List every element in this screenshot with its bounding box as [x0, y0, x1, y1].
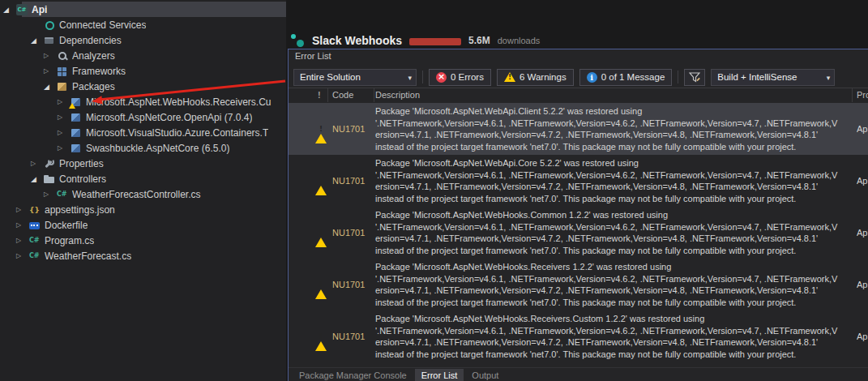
expander-icon[interactable]: ▷ — [16, 237, 29, 244]
severity-column-header[interactable] — [311, 88, 328, 102]
source-dropdown[interactable]: Build + IntelliSense — [711, 69, 835, 86]
csharp-icon — [29, 235, 41, 246]
red-text-fragment — [409, 38, 461, 45]
warning-icon: ! — [315, 280, 327, 299]
tree-item[interactable]: ▷ Microsoft.AspNet.WebHooks.Receivers.Cu — [0, 94, 286, 109]
background-package-title: Slack Webhooks — [312, 34, 402, 47]
warnings-filter-label: 6 Warnings — [520, 72, 567, 82]
tree-item-label: WeatherForecast.cs — [45, 250, 131, 262]
expander-icon[interactable]: ▷ — [16, 221, 29, 229]
tree-item-label: Microsoft.AspNetCore.OpenApi (7.0.4) — [86, 112, 252, 123]
tree-item-label: Microsoft.VisualStudio.Azure.Containers.… — [86, 127, 268, 139]
tree-item[interactable]: ▷ WeatherForecastController.cs — [0, 186, 286, 202]
error-project: Api — [857, 176, 868, 186]
errors-filter-button[interactable]: 0 Errors — [429, 69, 491, 86]
tree-item[interactable]: ▷ appsettings.json — [0, 202, 286, 217]
warning-icon: ! — [315, 124, 327, 143]
package-icon — [71, 127, 82, 139]
expander-icon[interactable]: ▷ — [44, 67, 57, 75]
toolbar-separator — [678, 71, 678, 83]
error-code: NU1701 — [332, 332, 365, 341]
tree-item[interactable]: ◢ Packages — [0, 79, 286, 94]
error-project: Api — [857, 124, 868, 134]
tree-item-label: Dockerfile — [45, 220, 88, 231]
description-column-header[interactable]: Description — [374, 88, 853, 102]
expander-icon[interactable]: ◢ — [31, 175, 44, 183]
tree-item-label: Program.cs — [45, 235, 94, 246]
messages-filter-button[interactable]: 0 of 1 Message — [579, 69, 673, 86]
expander-icon[interactable]: ▷ — [16, 252, 29, 259]
error-code: NU1701 — [332, 124, 365, 134]
tree-item[interactable]: ▷ Frameworks — [0, 63, 286, 79]
tree-item[interactable]: ◢ Dependencies — [0, 32, 286, 48]
error-list-rows: ! NU1701 Package 'Microsoft.AspNet.WebAp… — [289, 103, 868, 362]
info-icon — [587, 72, 597, 83]
expander-icon[interactable]: ▷ — [58, 113, 71, 121]
tree-item[interactable]: ▷ Analyzers — [0, 48, 286, 63]
tree-item-label: Analyzers — [72, 50, 115, 62]
project-column-header[interactable]: Project — [856, 88, 868, 102]
expander-icon[interactable]: ▷ — [44, 190, 57, 198]
properties-icon — [44, 158, 55, 169]
messages-filter-label: 0 of 1 Message — [601, 72, 665, 82]
error-code: NU1701 — [332, 228, 365, 238]
error-list-column-headers: Code Description Project — [289, 88, 868, 104]
tree-item[interactable]: ▷ Microsoft.AspNetCore.OpenApi (7.0.4) — [0, 109, 286, 125]
error-list-row[interactable]: ! NU1701 Package 'Microsoft.AspNet.WebHo… — [289, 259, 868, 310]
filter-button[interactable] — [684, 69, 705, 86]
window-title[interactable]: Error List — [295, 51, 331, 61]
tree-item[interactable]: ◢ Api — [0, 2, 286, 17]
project-icon — [16, 4, 28, 15]
error-list-row[interactable]: ! NU1701 Package 'Microsoft.AspNet.WebHo… — [289, 207, 868, 259]
errors-filter-label: 0 Errors — [451, 72, 484, 82]
warnings-filter-button[interactable]: ! 6 Warnings — [497, 69, 574, 86]
error-description: Package 'Microsoft.AspNet.WebHooks.Recei… — [375, 261, 852, 308]
error-description: Package 'Microsoft.AspNet.WebHooks.Recei… — [375, 313, 852, 360]
error-description: Package 'Microsoft.AspNet.WebApi.Client … — [375, 105, 852, 152]
scope-dropdown-value: Entire Solution — [300, 72, 361, 82]
expander-icon[interactable]: ◢ — [44, 83, 57, 91]
tool-window-tab-bar: Package Manager Console Error List Outpu… — [289, 367, 868, 381]
csharp-icon — [57, 189, 68, 200]
tree-item-label: Microsoft.AspNet.WebHooks.Receivers.Cu — [86, 96, 272, 108]
tree-item-label: appsettings.json — [45, 204, 115, 216]
tree-item[interactable]: ▷ Dockerfile — [0, 217, 286, 233]
tree-item[interactable]: ▷ WeatherForecast.cs — [0, 248, 286, 263]
error-code: NU1701 — [332, 280, 365, 289]
toolbar-separator — [422, 71, 423, 83]
expander-icon[interactable]: ▷ — [31, 160, 44, 167]
tab-error-list[interactable]: Error List — [415, 369, 464, 381]
tree-item[interactable]: ▷ Swashbuckle.AspNetCore (6.5.0) — [0, 140, 286, 156]
error-list-row[interactable]: ! NU1701 Package 'Microsoft.AspNet.WebAp… — [289, 103, 868, 155]
expander-icon[interactable]: ▷ — [16, 206, 29, 213]
tree-item-label: Packages — [72, 81, 115, 92]
tab-output[interactable]: Output — [465, 369, 505, 381]
expander-icon[interactable]: ◢ — [31, 36, 44, 45]
package-icon — [71, 143, 82, 154]
code-column-header[interactable]: Code — [328, 88, 374, 102]
package-icon — [71, 112, 82, 123]
expander-icon[interactable]: ▷ — [58, 129, 71, 136]
warning-icon: ! — [504, 72, 515, 82]
frameworks-icon — [57, 66, 68, 77]
error-list-row[interactable]: ! NU1701 Package 'Microsoft.AspNet.WebAp… — [289, 155, 868, 207]
tree-item[interactable]: ◢ Controllers — [0, 171, 286, 186]
scope-dropdown[interactable]: Entire Solution — [293, 69, 417, 86]
tree-item-label: Controllers — [59, 173, 106, 185]
solution-explorer-panel: ◢ Api Connected Services ◢ Dependencies … — [0, 0, 286, 381]
tree-item[interactable]: ▷ Properties — [0, 156, 286, 171]
expander-icon[interactable]: ◢ — [3, 6, 16, 14]
connected-icon — [44, 19, 55, 31]
downloads-count: 5.6M — [468, 35, 490, 46]
tree-item[interactable]: ▷ Program.cs — [0, 233, 286, 248]
solution-tree: ◢ Api Connected Services ◢ Dependencies … — [0, 0, 286, 263]
tab-package-manager-console[interactable]: Package Manager Console — [293, 369, 413, 381]
tree-item[interactable]: ▷ Microsoft.VisualStudio.Azure.Container… — [0, 125, 286, 140]
source-dropdown-value: Build + IntelliSense — [717, 72, 797, 82]
expander-icon[interactable]: ▷ — [44, 52, 57, 59]
tree-item-label: WeatherForecastController.cs — [72, 189, 201, 200]
tree-item[interactable]: Connected Services — [0, 17, 286, 32]
warning-icon: ! — [315, 332, 327, 351]
expander-icon[interactable]: ▷ — [58, 144, 71, 152]
error-list-row[interactable]: ! NU1701 Package 'Microsoft.AspNet.WebHo… — [289, 310, 868, 362]
